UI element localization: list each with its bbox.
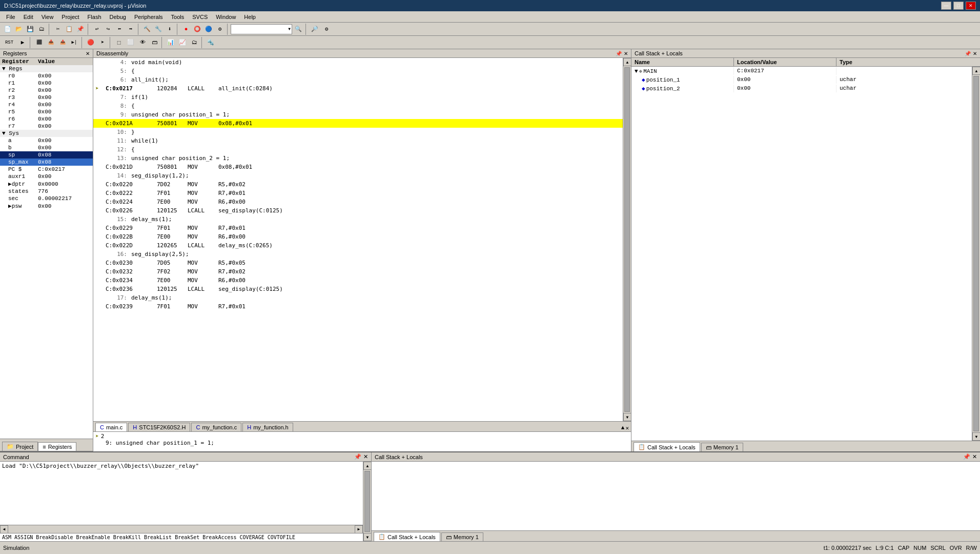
menu-help[interactable]: Help (240, 13, 260, 21)
run-button[interactable]: ● (180, 24, 192, 35)
scroll-down-button[interactable]: ▼ (623, 413, 631, 421)
tab-my-function-c[interactable]: C my_function.c (191, 423, 241, 431)
close-button[interactable]: ✕ (966, 2, 976, 10)
redo-button[interactable]: ↪ (103, 24, 114, 35)
tab-nav-up-button[interactable]: ▲ (621, 425, 625, 431)
search-icon[interactable]: 🔍 (293, 24, 304, 35)
list-item[interactable]: states776 (0, 188, 93, 195)
run2-button[interactable]: ▶ (17, 37, 28, 48)
bp-button[interactable]: 🔴 (85, 37, 96, 48)
list-item[interactable]: auxr10x00 (0, 173, 93, 180)
disassembly-scrollbar[interactable]: ▲ ▼ (623, 58, 631, 421)
watch-button[interactable]: 👁 (137, 37, 148, 48)
run-to-button[interactable]: ▶| (69, 37, 80, 48)
menu-edit[interactable]: Edit (19, 13, 37, 21)
callstack-close-button[interactable]: ✕ (973, 51, 977, 56)
list-item[interactable]: b0x00 (0, 144, 93, 151)
list-item[interactable]: r00x00 (0, 72, 93, 80)
disasm-button[interactable]: ⬚ (113, 37, 125, 48)
tab-memory1-bottom[interactable]: 🗃 Memory 1 (441, 532, 483, 541)
new-button[interactable]: 📄 (2, 24, 13, 35)
disassembly-content[interactable]: 4: void main(void) 5: { 6: all_init(); (93, 58, 623, 421)
trace-button[interactable]: 🗂 (189, 37, 200, 48)
tab-close-button[interactable]: ✕ (625, 425, 629, 431)
menu-window[interactable]: Window (212, 13, 240, 21)
rebuild-button[interactable]: 🔧 (153, 24, 164, 35)
list-item[interactable]: a0x00 (0, 137, 93, 144)
tab-memory1[interactable]: 🗃 Memory 1 (701, 443, 743, 451)
cmd-scroll-down-button[interactable]: ▼ (363, 533, 371, 541)
minimize-button[interactable]: — (941, 2, 951, 10)
menu-flash[interactable]: Flash (84, 13, 106, 21)
cs-bottom-close-button[interactable]: ✕ (972, 453, 977, 460)
sys-expand-icon[interactable]: ▼ (2, 130, 6, 136)
list-item[interactable]: PC $C:0x0217 (0, 166, 93, 173)
menu-view[interactable]: View (37, 13, 58, 21)
list-item[interactable]: sec0.00002217 (0, 195, 93, 202)
back-button[interactable]: ⬅ (114, 24, 125, 35)
undo-button[interactable]: ↩ (91, 24, 103, 35)
list-item[interactable]: r60x00 (0, 115, 93, 123)
hscroll-right-button[interactable]: ▶ (355, 525, 363, 533)
step-out-button[interactable]: 📤 (57, 37, 68, 48)
paste-button[interactable]: 📌 (75, 24, 86, 35)
cmd-close-button[interactable]: ✕ (363, 453, 368, 460)
step-over-button[interactable]: ⬛ (33, 37, 45, 48)
maximize-button[interactable]: □ (953, 2, 964, 10)
mem-button[interactable]: 🗃 (149, 37, 160, 48)
list-item[interactable]: r20x00 (0, 87, 93, 94)
cs-pin-icon[interactable]: 📌 (965, 51, 971, 56)
search-combo[interactable]: ▼ (231, 24, 292, 34)
cs-scroll-up-button[interactable]: ▲ (972, 67, 980, 75)
tab-registers[interactable]: ≡ Registers (38, 442, 76, 451)
perf-button[interactable]: 📊 (165, 37, 176, 48)
list-item[interactable]: ◆ position_2 0x00 uchar (631, 84, 972, 93)
stop-button[interactable]: ⭕ (192, 24, 203, 35)
cs-scroll-down-button[interactable]: ▼ (972, 432, 980, 441)
copy-button[interactable]: 📋 (64, 24, 75, 35)
disassembly-close-button[interactable]: ✕ (624, 51, 628, 56)
list-item[interactable]: r10x00 (0, 80, 93, 87)
list-item[interactable]: r30x00 (0, 94, 93, 101)
step-button[interactable]: 🔵 (203, 24, 214, 35)
save-button[interactable]: 💾 (25, 24, 36, 35)
menu-file[interactable]: File (2, 13, 19, 21)
menu-project[interactable]: Project (57, 13, 83, 21)
registers-close-button[interactable]: ✕ (86, 51, 90, 56)
list-item[interactable]: ◆ position_1 0x00 uchar (631, 75, 972, 84)
list-item[interactable]: r50x00 (0, 108, 93, 115)
zoom-button[interactable]: 🔎 (309, 24, 320, 35)
tab-main-c[interactable]: C main.c (95, 423, 127, 431)
ext-button[interactable]: 🔩 (205, 37, 216, 48)
config-button[interactable]: ⚙ (321, 24, 332, 35)
dptr-expand-icon[interactable]: ▶ (8, 181, 12, 187)
menu-debug[interactable]: Debug (106, 13, 130, 21)
forward-button[interactable]: ➡ (125, 24, 136, 35)
list-item[interactable]: r40x00 (0, 101, 93, 108)
callstack-scrollbar[interactable]: ▲ ▼ (972, 67, 980, 441)
open-button[interactable]: 📂 (13, 24, 25, 35)
tab-project[interactable]: 📁 Project (2, 442, 38, 451)
scroll-up-button[interactable]: ▲ (623, 58, 631, 66)
list-item[interactable]: ▼ ◆ MAIN C:0x0217 (631, 67, 972, 75)
logic-button[interactable]: 📈 (177, 37, 188, 48)
hscroll-left-button[interactable]: ◀ (0, 525, 8, 533)
download-button[interactable]: ⬇ (164, 24, 175, 35)
cs-bottom-pin-icon[interactable]: 📌 (963, 453, 970, 460)
tab-my-function-h[interactable]: H my_function.h (242, 423, 293, 431)
list-item[interactable]: r70x00 (0, 123, 93, 130)
menu-tools[interactable]: Tools (167, 13, 189, 21)
tab-callstack-locals-bottom[interactable]: 📋 Call Stack + Locals (374, 532, 440, 541)
rst-button[interactable]: RST (2, 37, 16, 48)
cmd-pin-icon[interactable]: 📌 (354, 453, 361, 460)
scroll-thumb[interactable] (624, 67, 630, 412)
build-button[interactable]: 🔨 (141, 24, 153, 35)
list-item[interactable]: ▶dptr 0x0000 (0, 180, 93, 188)
list-item[interactable]: ▶psw 0x00 (0, 202, 93, 210)
tab-stc-h[interactable]: H STC15F2K60S2.H (128, 423, 190, 431)
psw-expand-icon[interactable]: ▶ (8, 203, 12, 209)
step-into-button[interactable]: 📥 (45, 37, 56, 48)
menu-svcs[interactable]: SVCS (188, 13, 212, 21)
cut-button[interactable]: ✂ (52, 24, 64, 35)
regs-expand-icon[interactable]: ▼ (2, 66, 6, 72)
